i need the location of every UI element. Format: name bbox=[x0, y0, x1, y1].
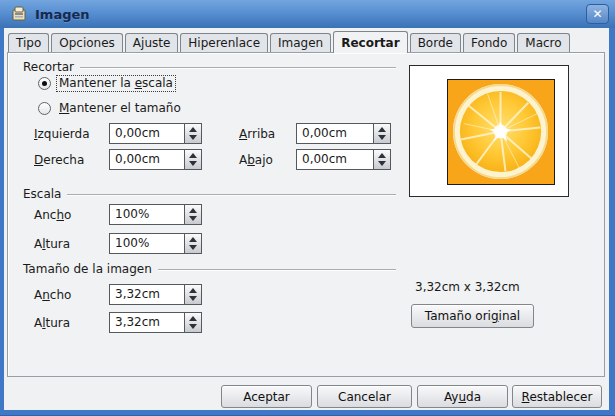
spin-up-icon[interactable] bbox=[189, 237, 197, 242]
izquierda-spin-buttons[interactable] bbox=[184, 124, 201, 143]
field-izquierda: Izquierda 0,00cm bbox=[34, 123, 202, 144]
spin-up-icon[interactable] bbox=[189, 127, 197, 132]
arriba-spin-buttons[interactable] bbox=[373, 124, 390, 143]
tab-ajuste[interactable]: Ajuste bbox=[125, 33, 179, 52]
group-tamano-header: Tamaño de la imagen bbox=[23, 261, 396, 276]
spin-up-icon[interactable] bbox=[189, 288, 197, 293]
tab-borde[interactable]: Borde bbox=[410, 33, 461, 52]
spin-up-icon[interactable] bbox=[378, 153, 386, 158]
tab-fondo[interactable]: Fondo bbox=[463, 33, 515, 52]
tamano-altura-value[interactable]: 3,32cm bbox=[110, 313, 184, 332]
tamano-ancho-spin-buttons[interactable] bbox=[184, 285, 201, 304]
field-escala-ancho: Ancho 100% bbox=[34, 204, 202, 225]
escala-altura-label: Altura bbox=[34, 237, 109, 251]
derecha-label: Derecha bbox=[34, 153, 109, 167]
tab-hiperenlace[interactable]: Hiperenlace bbox=[180, 33, 268, 52]
tamano-altura-spinbox[interactable]: 3,32cm bbox=[109, 312, 202, 333]
dialog-body: Tipo Opciones Ajuste Hiperenlace Imagen … bbox=[4, 28, 609, 410]
restablecer-button[interactable]: Restablecer bbox=[512, 385, 602, 408]
tab-recortar[interactable]: Recortar bbox=[333, 31, 407, 53]
tamano-ancho-spinbox[interactable]: 3,32cm bbox=[109, 284, 202, 305]
derecha-value[interactable]: 0,00cm bbox=[110, 150, 184, 169]
field-escala-altura: Altura 100% bbox=[34, 233, 202, 254]
radio-mantener-escala[interactable]: Mantener la escala bbox=[38, 75, 175, 92]
radio-selected-icon[interactable] bbox=[38, 77, 51, 90]
aceptar-button[interactable]: Aceptar bbox=[221, 385, 312, 408]
tamano-altura-spin-buttons[interactable] bbox=[184, 313, 201, 332]
window-title: Imagen bbox=[35, 7, 90, 22]
recortar-tab-page: Recortar Mantener la escala Mantener el … bbox=[7, 52, 605, 377]
group-tamano-rule bbox=[158, 269, 396, 271]
izquierda-spinbox[interactable]: 0,00cm bbox=[109, 123, 202, 144]
cancelar-label: Cancelar bbox=[338, 390, 391, 404]
cancelar-button[interactable]: Cancelar bbox=[317, 385, 412, 408]
arriba-value[interactable]: 0,00cm bbox=[297, 124, 373, 143]
group-recortar-rule bbox=[80, 67, 396, 69]
ayuda-button[interactable]: Ayuda bbox=[417, 385, 508, 408]
aceptar-label: Aceptar bbox=[243, 390, 290, 404]
abajo-label: Abajo bbox=[239, 153, 296, 167]
tamano-altura-label: Altura bbox=[34, 316, 109, 330]
tamano-original-button[interactable]: Tamaño original bbox=[411, 304, 534, 328]
restablecer-label: Restablecer bbox=[522, 390, 593, 404]
field-tamano-ancho: Ancho 3,32cm bbox=[34, 284, 202, 305]
izquierda-label: Izquierda bbox=[34, 127, 109, 141]
group-escala-title: Escala bbox=[23, 187, 67, 201]
spin-down-icon[interactable] bbox=[189, 296, 197, 301]
abajo-spin-buttons[interactable] bbox=[373, 150, 390, 169]
izquierda-value[interactable]: 0,00cm bbox=[110, 124, 184, 143]
spin-up-icon[interactable] bbox=[189, 153, 197, 158]
tamano-ancho-value[interactable]: 3,32cm bbox=[110, 285, 184, 304]
close-button[interactable]: ✕ bbox=[586, 4, 609, 24]
tamano-ancho-label: Ancho bbox=[34, 288, 109, 302]
escala-altura-value[interactable]: 100% bbox=[110, 234, 184, 253]
group-recortar-title: Recortar bbox=[23, 60, 80, 74]
field-abajo: Abajo 0,00cm bbox=[239, 149, 391, 170]
escala-altura-spinbox[interactable]: 100% bbox=[109, 233, 202, 254]
spin-down-icon[interactable] bbox=[189, 324, 197, 329]
spin-down-icon[interactable] bbox=[378, 135, 386, 140]
spin-up-icon[interactable] bbox=[189, 208, 197, 213]
field-tamano-altura: Altura 3,32cm bbox=[34, 312, 202, 333]
derecha-spin-buttons[interactable] bbox=[184, 150, 201, 169]
radio-mantener-tamano[interactable]: Mantener el tamaño bbox=[38, 100, 183, 117]
abajo-spinbox[interactable]: 0,00cm bbox=[296, 149, 391, 170]
tamano-original-label: Tamaño original bbox=[425, 309, 520, 323]
escala-ancho-label: Ancho bbox=[34, 208, 109, 222]
window-icon bbox=[10, 5, 28, 23]
spin-down-icon[interactable] bbox=[189, 245, 197, 250]
spin-up-icon[interactable] bbox=[189, 316, 197, 321]
spin-up-icon[interactable] bbox=[378, 127, 386, 132]
spin-down-icon[interactable] bbox=[189, 161, 197, 166]
close-icon: ✕ bbox=[592, 8, 602, 20]
abajo-value[interactable]: 0,00cm bbox=[297, 150, 373, 169]
escala-ancho-spin-buttons[interactable] bbox=[184, 205, 201, 224]
tab-macro[interactable]: Macro bbox=[517, 33, 569, 52]
derecha-spinbox[interactable]: 0,00cm bbox=[109, 149, 202, 170]
escala-ancho-spinbox[interactable]: 100% bbox=[109, 204, 202, 225]
tab-tipo[interactable]: Tipo bbox=[8, 33, 49, 52]
group-recortar-header: Recortar bbox=[23, 59, 396, 74]
radio-unselected-icon[interactable] bbox=[38, 102, 51, 115]
ayuda-label: Ayuda bbox=[444, 390, 481, 404]
tab-opciones[interactable]: Opciones bbox=[51, 33, 123, 52]
radio-mantener-escala-label[interactable]: Mantener la escala bbox=[57, 76, 175, 91]
orange-slice-preview-image bbox=[447, 79, 555, 185]
image-size-text: 3,32cm x 3,32cm bbox=[415, 280, 520, 294]
field-derecha: Derecha 0,00cm bbox=[34, 149, 202, 170]
titlebar[interactable]: Imagen ✕ bbox=[0, 0, 615, 28]
group-escala-header: Escala bbox=[23, 186, 396, 201]
escala-altura-spin-buttons[interactable] bbox=[184, 234, 201, 253]
spin-down-icon[interactable] bbox=[189, 135, 197, 140]
spin-down-icon[interactable] bbox=[378, 161, 386, 166]
tab-imagen[interactable]: Imagen bbox=[270, 33, 331, 52]
arriba-spinbox[interactable]: 0,00cm bbox=[296, 123, 391, 144]
spin-down-icon[interactable] bbox=[189, 216, 197, 221]
image-dialog-window: Imagen ✕ Tipo Opciones Ajuste Hiperenlac… bbox=[0, 0, 615, 416]
field-arriba: Arriba 0,00cm bbox=[239, 123, 391, 144]
group-escala-rule bbox=[67, 194, 396, 196]
radio-mantener-tamano-label[interactable]: Mantener el tamaño bbox=[57, 101, 183, 116]
tab-strip: Tipo Opciones Ajuste Hiperenlace Imagen … bbox=[8, 31, 607, 52]
arriba-label: Arriba bbox=[239, 127, 296, 141]
escala-ancho-value[interactable]: 100% bbox=[110, 205, 184, 224]
